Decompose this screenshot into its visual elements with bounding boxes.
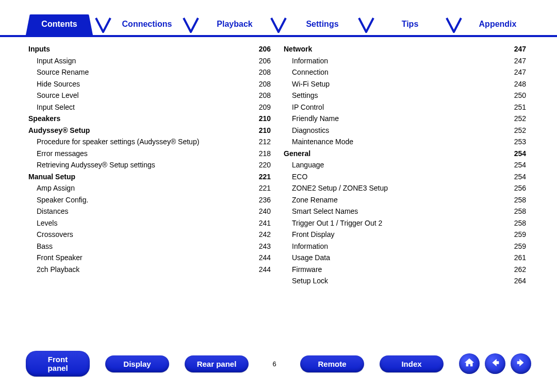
toc-item-row[interactable]: Setup Lock264 [284, 275, 526, 287]
toc-page: 208 [250, 66, 271, 78]
footer-link-label: Front panel [47, 355, 68, 372]
toc-page: 252 [505, 113, 526, 125]
toc-item-row[interactable]: Source Rename208 [28, 66, 271, 78]
toc-item-row[interactable]: Front Display259 [284, 229, 526, 241]
toc-section-row[interactable]: Inputs206 [28, 43, 271, 55]
toc-item-row[interactable]: Trigger Out 1 / Trigger Out 2258 [284, 217, 526, 229]
toc-item-row[interactable]: Maintenance Mode253 [284, 136, 526, 148]
toc-item-row[interactable]: Connection247 [284, 66, 526, 78]
toc-item-row[interactable]: ECO254 [284, 171, 526, 183]
toc-item-row[interactable]: Usage Data261 [284, 252, 526, 264]
toc-section-row[interactable]: Manual Setup221 [28, 171, 271, 183]
toc-page: 254 [505, 171, 526, 183]
tab-playback[interactable]: Playback [201, 14, 268, 35]
toc-item-row[interactable]: Crossovers242 [28, 229, 271, 241]
toc-item-row[interactable]: Front Speaker244 [28, 252, 271, 264]
footer-link-rear-panel[interactable]: Rear panel [185, 355, 249, 372]
toc-label: Maintenance Mode [284, 136, 353, 148]
toc-item-row[interactable]: Information247 [284, 55, 526, 67]
toc-item-row[interactable]: Input Assign206 [28, 55, 271, 67]
toc-label: Speakers [28, 113, 60, 125]
tab-contents[interactable]: Contents [26, 14, 93, 35]
toc-label: Manual Setup [28, 171, 75, 183]
toc-label: Firmware [284, 264, 322, 276]
toc-page: 258 [505, 217, 526, 229]
toc-item-row[interactable]: Bass243 [28, 241, 271, 252]
toc-label: Input Select [28, 101, 75, 113]
toc-page: 252 [505, 125, 526, 137]
toc-page: 220 [250, 159, 271, 171]
toc-right-column: Network247Information247Connection247Wi-… [284, 43, 526, 287]
toc-item-row[interactable]: Diagnostics252 [284, 125, 526, 137]
footer-link-label: Rear panel [197, 360, 237, 368]
toc-page: 212 [250, 136, 271, 148]
toc-label: Information [284, 55, 328, 67]
toc-item-row[interactable]: Smart Select Names258 [284, 206, 526, 217]
toc-item-row[interactable]: Input Select209 [28, 101, 271, 113]
toc-label: Information [284, 241, 328, 252]
toc-page: 208 [250, 90, 271, 101]
toc-item-row[interactable]: Error messages218 [28, 148, 271, 160]
toc-item-row[interactable]: Firmware262 [284, 264, 526, 276]
toc-page: 248 [505, 78, 526, 90]
toc-item-row[interactable]: IP Control251 [284, 101, 526, 113]
toc-label: Language [284, 159, 324, 171]
top-tab-bar: Contents Connections Playback Settings T… [0, 0, 557, 37]
arrow-right-icon [515, 357, 527, 370]
toc-item-row[interactable]: Procedure for speaker settings (Audyssey… [28, 136, 271, 148]
toc-item-row[interactable]: Language254 [284, 159, 526, 171]
toc-label: Source Rename [28, 66, 89, 78]
toc-section-row[interactable]: Audyssey® Setup210 [28, 125, 271, 137]
toc-section-row[interactable]: Network247 [284, 43, 526, 55]
toc-page: 244 [250, 252, 271, 264]
toc-item-row[interactable]: Friendly Name252 [284, 113, 526, 125]
toc-label: Bass [28, 241, 53, 252]
toc-page: 247 [505, 43, 526, 55]
toc-item-row[interactable]: Hide Sources208 [28, 78, 271, 90]
toc-page: 250 [505, 90, 526, 101]
footer-link-remote[interactable]: Remote [300, 355, 364, 372]
prev-page-button[interactable] [485, 353, 505, 374]
footer-link-label: Remote [318, 360, 346, 368]
toc-label: Inputs [28, 43, 50, 55]
toc-label: Input Assign [28, 55, 76, 67]
toc-label: Source Level [28, 90, 79, 101]
toc-item-row[interactable]: Source Level208 [28, 90, 271, 101]
toc-section-row[interactable]: Speakers210 [28, 113, 271, 125]
footer-link-index[interactable]: Index [380, 355, 444, 372]
toc-item-row[interactable]: Retrieving Audyssey® Setup settings220 [28, 159, 271, 171]
next-page-button[interactable] [511, 353, 531, 374]
footer-link-front-panel[interactable]: Front panel [26, 351, 90, 377]
toc-page: 259 [505, 241, 526, 252]
toc-item-row[interactable]: ZONE2 Setup / ZONE3 Setup256 [284, 182, 526, 194]
toc-item-row[interactable]: Information259 [284, 241, 526, 252]
toc-content: Inputs206Input Assign206Source Rename208… [0, 37, 557, 287]
toc-label: Diagnostics [284, 125, 329, 137]
footer-link-label: Display [123, 360, 151, 368]
tab-connections[interactable]: Connections [113, 14, 181, 35]
home-button[interactable] [459, 353, 480, 374]
footer-link-display[interactable]: Display [105, 355, 169, 372]
tab-separator [181, 15, 201, 35]
toc-item-row[interactable]: Settings250 [284, 90, 526, 101]
toc-section-row[interactable]: General254 [284, 148, 526, 160]
toc-page: 210 [250, 113, 271, 125]
toc-item-row[interactable]: Amp Assign221 [28, 182, 271, 194]
tab-tips[interactable]: Tips [376, 14, 444, 35]
toc-item-row[interactable]: Levels241 [28, 217, 271, 229]
toc-label: Connection [284, 66, 329, 78]
toc-item-row[interactable]: Speaker Config.236 [28, 194, 271, 206]
nav-icons [459, 353, 531, 374]
tab-label: Tips [402, 20, 419, 28]
toc-item-row[interactable]: Wi-Fi Setup248 [284, 78, 526, 90]
toc-label: Wi-Fi Setup [284, 78, 330, 90]
tab-appendix[interactable]: Appendix [464, 14, 531, 35]
toc-left-column: Inputs206Input Assign206Source Rename208… [28, 43, 271, 287]
toc-page: 253 [505, 136, 526, 148]
toc-item-row[interactable]: Distances240 [28, 206, 271, 217]
tab-settings[interactable]: Settings [289, 14, 356, 35]
toc-item-row[interactable]: 2ch Playback244 [28, 264, 271, 276]
toc-page: 209 [250, 101, 271, 113]
toc-item-row[interactable]: Zone Rename258 [284, 194, 526, 206]
toc-page: 258 [505, 194, 526, 206]
